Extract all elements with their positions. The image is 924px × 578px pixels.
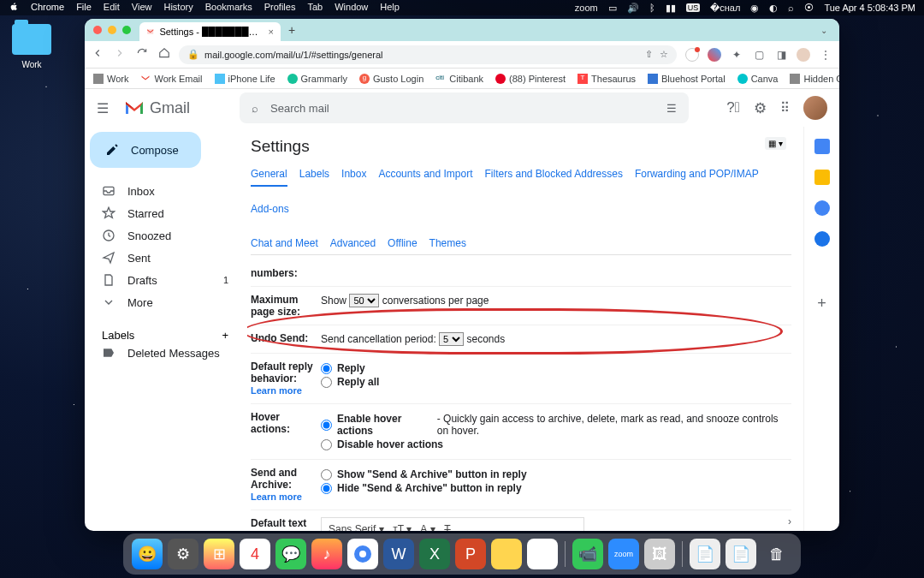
- share-icon[interactable]: ⇧: [645, 49, 653, 60]
- battery-icon[interactable]: ▮▮: [666, 3, 676, 14]
- archive-hide-radio[interactable]: [321, 483, 332, 494]
- search-options-icon[interactable]: ☰: [666, 102, 677, 115]
- search-input[interactable]: ⌕ Search mail ☰: [240, 92, 689, 123]
- account-avatar[interactable]: [803, 96, 827, 120]
- clock[interactable]: Tue Apr 4 5:08:43 PM: [824, 3, 915, 13]
- font-size-select[interactable]: тT ▾: [393, 523, 412, 531]
- gmail-logo[interactable]: Gmail: [124, 99, 190, 117]
- tab-themes[interactable]: Themes: [429, 232, 466, 254]
- dock-notes[interactable]: [491, 539, 522, 569]
- siri-icon[interactable]: ◐: [769, 3, 778, 14]
- menu-view[interactable]: View: [132, 2, 152, 14]
- learn-more-link-2[interactable]: Learn more: [251, 492, 302, 502]
- sidebar-item-starred[interactable]: Starred: [90, 202, 240, 224]
- bookmark-thesaurus[interactable]: TThesaurus: [578, 74, 636, 84]
- bookmark-canva[interactable]: Canva: [737, 74, 779, 84]
- dock-finder[interactable]: 😀: [132, 539, 163, 569]
- tab-offline[interactable]: Offline: [388, 232, 417, 254]
- hover-enable-radio[interactable]: [321, 420, 332, 431]
- tab-chat[interactable]: Chat and Meet: [251, 232, 318, 254]
- contacts-rail-icon[interactable]: [814, 231, 830, 247]
- dock-chrome[interactable]: [347, 539, 378, 569]
- extensions-puzzle-icon[interactable]: ✦: [730, 48, 743, 62]
- menu-help[interactable]: Help: [380, 2, 400, 14]
- menu-edit[interactable]: Edit: [104, 2, 120, 14]
- dock-doc1[interactable]: 📄: [690, 539, 720, 569]
- tabs-dropdown[interactable]: ⌄: [820, 26, 839, 35]
- maximize-window-button[interactable]: [122, 26, 131, 34]
- bookmark-hiddengems[interactable]: Hidden Gems: [790, 74, 839, 84]
- menu-window[interactable]: Window: [335, 2, 368, 14]
- spotlight-icon[interactable]: ⌕: [788, 3, 794, 13]
- replyall-radio[interactable]: [321, 377, 332, 388]
- extension-icon-2[interactable]: [708, 48, 721, 62]
- dock-messages[interactable]: 💬: [275, 539, 306, 569]
- bookmark-iphonelife[interactable]: iPhone Life: [215, 74, 275, 84]
- archive-show-radio[interactable]: [321, 469, 332, 480]
- dock-settings[interactable]: ⚙: [168, 539, 198, 569]
- tab-forwarding[interactable]: Forwarding and POP/IMAP: [635, 163, 759, 186]
- dock-slack[interactable]: ✱: [527, 539, 558, 569]
- support-icon[interactable]: ?⃝: [726, 99, 740, 116]
- dock-facetime[interactable]: 📹: [572, 539, 603, 569]
- tab-accounts[interactable]: Accounts and Import: [378, 163, 472, 186]
- menu-tab[interactable]: Tab: [307, 2, 323, 14]
- sidebar-item-drafts[interactable]: Drafts1: [90, 269, 240, 291]
- input-tools-toggle[interactable]: ▦ ▾: [765, 137, 786, 150]
- menu-file[interactable]: File: [76, 2, 92, 14]
- url-field[interactable]: 🔒 mail.google.com/mail/u/1/#settings/gen…: [179, 45, 677, 64]
- chrome-menu-icon[interactable]: ⋮: [819, 48, 832, 62]
- zoom-menuextra[interactable]: zoom: [575, 3, 598, 13]
- settings-gear-icon[interactable]: ⚙: [754, 99, 767, 117]
- tab-general[interactable]: General: [251, 163, 287, 187]
- apps-grid-icon[interactable]: ⠿: [780, 100, 790, 116]
- tab-filters[interactable]: Filters and Blocked Addresses: [485, 163, 623, 186]
- main-menu-icon[interactable]: ☰: [97, 100, 109, 116]
- back-button[interactable]: [92, 47, 104, 63]
- bookmark-workemail[interactable]: Work Email: [140, 74, 202, 84]
- dock-music[interactable]: ♪: [311, 539, 342, 569]
- sidebar-item-more[interactable]: More: [90, 291, 240, 313]
- menu-bookmarks[interactable]: Bookmarks: [205, 2, 252, 14]
- tasks-rail-icon[interactable]: [814, 200, 830, 216]
- dock-trash[interactable]: 🗑: [761, 539, 792, 569]
- profile-avatar-icon[interactable]: [797, 48, 810, 62]
- scroll-right-icon[interactable]: ›: [788, 515, 791, 527]
- calendar-rail-icon[interactable]: [814, 139, 830, 154]
- volume-icon[interactable]: 🔊: [627, 3, 639, 14]
- bookmark-citibank[interactable]: citiCitibank: [435, 74, 483, 84]
- dock-excel[interactable]: X: [419, 539, 450, 569]
- close-tab-icon[interactable]: ×: [269, 27, 274, 37]
- forward-button[interactable]: [114, 47, 126, 63]
- sidepanel-icon[interactable]: ◨: [774, 48, 788, 62]
- desktop-folder-work[interactable]: Work: [12, 24, 51, 69]
- screenmirror-icon[interactable]: ▭: [608, 3, 617, 14]
- cast-icon[interactable]: ▢: [752, 48, 766, 62]
- dock-powerpoint[interactable]: P: [455, 539, 486, 569]
- close-window-button[interactable]: [93, 26, 102, 34]
- tab-labels[interactable]: Labels: [299, 163, 329, 186]
- user-icon[interactable]: ◉: [750, 3, 759, 14]
- font-color-select[interactable]: A ▾: [420, 523, 435, 531]
- browser-tab[interactable]: Settings - ████████@gm… ×: [139, 22, 281, 41]
- reload-button[interactable]: [136, 47, 148, 63]
- input-source-icon[interactable]: US: [686, 3, 701, 12]
- dock-calendar[interactable]: 4: [240, 539, 270, 569]
- new-tab-button[interactable]: +: [281, 23, 303, 37]
- dock-launchpad[interactable]: ⊞: [204, 539, 234, 569]
- tab-advanced[interactable]: Advanced: [330, 232, 376, 254]
- remove-formatting-icon[interactable]: T: [444, 523, 450, 531]
- wifi-icon[interactable]: �снал: [710, 3, 740, 14]
- reply-radio[interactable]: [321, 363, 332, 374]
- bookmark-star-icon[interactable]: ☆: [660, 49, 668, 60]
- pagesize-select[interactable]: 50: [349, 294, 379, 307]
- label-deleted-messages[interactable]: Deleted Messages: [90, 342, 240, 364]
- bluetooth-icon[interactable]: ᛒ: [649, 3, 655, 13]
- bookmark-bluehost[interactable]: Bluehost Portal: [648, 74, 726, 84]
- sidebar-item-inbox[interactable]: Inbox: [90, 180, 240, 202]
- apple-menu[interactable]: [9, 2, 19, 14]
- compose-button[interactable]: Compose: [90, 132, 201, 168]
- tab-inbox[interactable]: Inbox: [341, 163, 366, 186]
- app-name[interactable]: Chrome: [31, 2, 64, 14]
- hover-disable-radio[interactable]: [321, 439, 332, 450]
